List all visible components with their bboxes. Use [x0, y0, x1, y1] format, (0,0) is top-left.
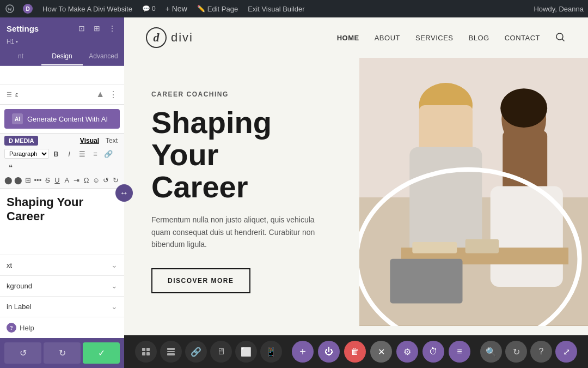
tab-advanced[interactable]: Advanced — [83, 48, 124, 65]
sidebar-header-icons: ⊡ ⊞ ⋮ — [76, 23, 118, 34]
sidebar-resize-handle[interactable]: ↔ — [115, 184, 133, 202]
svg-rect-25 — [167, 353, 175, 355]
toolbar-right-group: 🔍 ↻ ? ⤢ — [480, 341, 577, 363]
nav-search-icon[interactable] — [555, 32, 566, 43]
search-button[interactable]: 🔍 — [480, 341, 502, 363]
sidebar-more-icon[interactable]: ⋮ — [107, 23, 118, 34]
emoji-button[interactable]: ☺ — [91, 174, 100, 186]
section-more-button[interactable]: ⋮ — [109, 89, 118, 100]
svg-rect-21 — [142, 352, 145, 355]
special-chars-button[interactable]: Ω — [82, 174, 91, 186]
svg-rect-22 — [146, 352, 150, 355]
more-button[interactable]: ••• — [33, 174, 42, 186]
history-button[interactable]: ⏱ — [422, 341, 444, 363]
unordered-list-button[interactable]: ☰ — [76, 148, 88, 160]
hero-title: Shaping Your Career — [151, 107, 332, 203]
preview-text-area: Shaping Your Career — [0, 189, 124, 255]
logo-d-letter: d — [154, 31, 160, 45]
nav-item-contact[interactable]: CONTACT — [505, 34, 540, 42]
link-button[interactable]: 🔗 — [102, 148, 114, 160]
table-button[interactable]: ⊞ — [24, 174, 33, 186]
exit-visual-builder-button[interactable]: Exit Visual Builder — [246, 5, 307, 13]
mobile-icon-button[interactable]: 📱 — [260, 341, 282, 363]
strikethrough-button[interactable]: S — [43, 174, 52, 186]
tab-design[interactable]: Design — [41, 48, 83, 65]
reload-button[interactable]: ↻ — [505, 341, 527, 363]
sidebar-pin-icon[interactable]: ⊡ — [76, 23, 87, 34]
sidebar-white-area: + Filter ☰ ε ▲ ⋮ AI Generate Content Wit… — [0, 66, 124, 338]
format-toolbar: Paragraph B I ☰ ≡ 🔗 ❝ — [4, 148, 120, 173]
redo-button[interactable]: ↻ — [44, 342, 81, 364]
align-left-button[interactable]: ⬤ — [4, 174, 13, 186]
nav-item-home[interactable]: HOME — [337, 34, 359, 42]
new-content-button[interactable]: + New — [163, 4, 189, 13]
collapse-icon[interactable]: ▲ — [96, 89, 105, 100]
indent-button[interactable]: ⇥ — [72, 174, 81, 186]
ai-generate-button[interactable]: AI Generate Content With AI — [4, 109, 120, 129]
undo-button[interactable]: ↺ — [4, 342, 41, 364]
undo-toolbar-button[interactable]: ↺ — [101, 174, 110, 186]
visual-tab[interactable]: Visual — [78, 136, 101, 145]
ordered-list-button[interactable]: ≡ — [89, 148, 101, 160]
svg-rect-16 — [465, 239, 499, 254]
add-media-button[interactable]: D MEDIA — [4, 136, 38, 146]
sidebar-expand-icon[interactable]: ⊞ — [91, 23, 102, 34]
section-header-actions: ▲ ⋮ — [96, 89, 118, 100]
help-button[interactable]: ? — [530, 341, 552, 363]
help-area[interactable]: ? Help — [0, 317, 124, 338]
svg-line-3 — [562, 39, 565, 41]
link-icon-button[interactable]: 🔗 — [185, 341, 207, 363]
panel-admin-label[interactable]: in Label ⌄ — [0, 296, 124, 317]
filter-button[interactable]: + Filter — [93, 71, 120, 80]
close-button[interactable]: ✕ — [370, 341, 392, 363]
logo-circle: d — [146, 27, 167, 48]
site-logo[interactable]: d divi — [146, 27, 193, 48]
quote-button[interactable]: ❝ — [4, 161, 16, 173]
menu-bars-button[interactable]: ≡ — [449, 341, 470, 363]
underline-button[interactable]: U — [53, 174, 62, 186]
wp-logo-icon[interactable]: W — [4, 3, 15, 14]
svg-rect-20 — [146, 348, 150, 351]
hero-left: CAREER COACHING Shaping Your Career Ferm… — [124, 58, 359, 326]
color-button[interactable]: A — [63, 174, 71, 186]
grid-icon-button[interactable] — [160, 341, 182, 363]
delete-button[interactable]: 🗑 — [344, 341, 366, 363]
comments-link[interactable]: 💬 0 — [140, 5, 158, 13]
logo-text: divi — [171, 31, 193, 45]
panel-background[interactable]: kground ⌄ — [0, 275, 124, 296]
svg-rect-19 — [142, 348, 145, 351]
section-label: ε — [15, 91, 18, 99]
edit-page-link[interactable]: ✏️ Edit Page — [195, 5, 240, 13]
tab-content[interactable]: nt — [0, 48, 41, 65]
search-input[interactable] — [9, 71, 86, 79]
site-name-link[interactable]: How To Make A Divi Website — [40, 5, 134, 13]
ai-icon: AI — [12, 113, 23, 124]
nav-item-about[interactable]: ABOUT — [375, 34, 400, 42]
paragraph-select[interactable]: Paragraph — [4, 149, 49, 159]
add-element-button[interactable]: + — [292, 341, 314, 363]
settings-button[interactable]: ⚙ — [396, 341, 418, 363]
redo-toolbar-button[interactable]: ↻ — [111, 174, 120, 186]
align-center-button[interactable]: ⬤ — [14, 174, 23, 186]
tablet-icon-button[interactable]: ⬜ — [235, 341, 257, 363]
nav-item-services[interactable]: SERVICES — [415, 34, 454, 42]
section-collapse-button[interactable]: ☰ — [7, 91, 12, 98]
save-button[interactable]: ✓ — [83, 342, 120, 364]
nav-item-blog[interactable]: BLOG — [469, 34, 489, 42]
panel-admin-label-text: in Label — [7, 303, 32, 311]
text-tab[interactable]: Text — [103, 136, 120, 145]
discover-more-button[interactable]: DISCOVER MORE — [151, 268, 250, 293]
svg-point-11 — [500, 88, 547, 128]
sidebar-search-bar[interactable] — [4, 69, 90, 81]
expand-button[interactable]: ⤢ — [555, 341, 577, 363]
panel-text[interactable]: xt ⌄ — [0, 255, 124, 275]
admin-bar-left: W D How To Make A Divi Website 💬 0 + New… — [4, 3, 527, 14]
sidebar-bottom-bar: ↺ ↻ ✓ — [0, 338, 124, 368]
power-button[interactable]: ⏻ — [318, 341, 340, 363]
help-icon: ? — [7, 323, 16, 333]
italic-button[interactable]: I — [63, 148, 75, 160]
layout-icon-button[interactable] — [135, 341, 157, 363]
bold-button[interactable]: B — [50, 148, 62, 160]
desktop-icon-button[interactable]: 🖥 — [210, 341, 232, 363]
divi-icon-bar[interactable]: D — [21, 4, 35, 14]
